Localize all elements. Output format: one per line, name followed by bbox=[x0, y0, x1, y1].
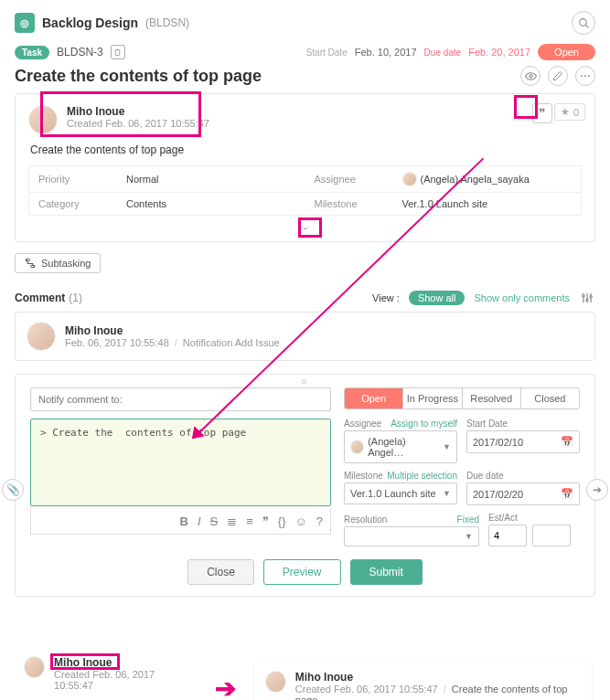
code-button[interactable]: {} bbox=[278, 514, 286, 528]
subtask-icon bbox=[25, 258, 36, 269]
status-tab-open[interactable]: Open bbox=[345, 388, 402, 408]
duedate-input[interactable]: 2017/02/20📅 bbox=[466, 483, 580, 505]
category-value: Contents bbox=[126, 198, 166, 209]
sliders-icon bbox=[581, 292, 594, 304]
comments-label: Comment bbox=[15, 292, 65, 304]
avatar bbox=[24, 656, 45, 678]
ul-button[interactable]: ≣ bbox=[227, 514, 237, 528]
italic-button[interactable]: I bbox=[198, 514, 201, 528]
issue-title: Create the contents of top page bbox=[15, 67, 513, 86]
status-tab-closed[interactable]: Closed bbox=[520, 388, 579, 408]
show-all-button[interactable]: Show all bbox=[409, 291, 466, 305]
status-pill: Open bbox=[538, 44, 595, 60]
field-startdate-label: Start Date bbox=[466, 419, 508, 429]
watch-button[interactable] bbox=[520, 66, 540, 86]
svg-point-10 bbox=[586, 299, 588, 301]
preview-button[interactable]: Preview bbox=[263, 559, 341, 585]
field-assignee-label: Assignee bbox=[344, 419, 381, 429]
svg-rect-2 bbox=[116, 49, 121, 55]
startdate-input[interactable]: 2017/02/10📅 bbox=[466, 430, 580, 453]
issue-key: BLDSN-3 bbox=[57, 46, 103, 58]
status-tab-inprogress[interactable]: In Progress bbox=[402, 388, 461, 408]
help-button[interactable]: ? bbox=[316, 514, 323, 528]
act-input[interactable] bbox=[532, 525, 571, 546]
svg-point-11 bbox=[590, 296, 592, 298]
svg-rect-5 bbox=[31, 266, 35, 268]
editor-toolbar: B I S ≣ ≡ ❞ {} ☺ ? bbox=[30, 509, 331, 535]
milestone-label: Milestone bbox=[315, 198, 397, 209]
est-input[interactable] bbox=[488, 525, 527, 546]
comment-author: Miho Inoue bbox=[65, 324, 280, 337]
svg-line-1 bbox=[585, 25, 588, 27]
subtasking-label: Subtasking bbox=[41, 258, 91, 269]
author-avatar bbox=[28, 105, 58, 134]
properties-table: PriorityNormal Assignee(Angela) Angela_s… bbox=[28, 165, 582, 216]
page: ◎ Backlog Design (BLDSN) Task BLDSN-3 St… bbox=[0, 0, 610, 615]
edit-button[interactable] bbox=[548, 66, 568, 86]
chevron-down-icon: ▼ bbox=[443, 442, 451, 451]
project-key: (BLDSN) bbox=[145, 16, 189, 29]
forward-button[interactable]: ➔ bbox=[586, 479, 608, 501]
priority-label: Priority bbox=[38, 174, 121, 185]
strike-button[interactable]: S bbox=[210, 514, 219, 528]
comment-avatar bbox=[27, 322, 56, 351]
project-name: Backlog Design bbox=[42, 16, 138, 30]
before-name: Miho Inoue bbox=[54, 656, 191, 669]
comments-count: (1) bbox=[69, 292, 82, 304]
assignee-select[interactable]: (Angela) Angel…▼ bbox=[344, 430, 457, 463]
expand-button[interactable] bbox=[296, 221, 315, 236]
bold-button[interactable]: B bbox=[180, 514, 188, 528]
svg-point-0 bbox=[579, 18, 586, 26]
transition-arrow-icon: ➔ bbox=[215, 673, 236, 701]
subtasking-button[interactable]: Subtasking bbox=[15, 253, 101, 273]
status-tab-resolved[interactable]: Resolved bbox=[462, 388, 520, 408]
drag-handle-icon[interactable]: ≡ bbox=[302, 377, 309, 387]
quote-button[interactable]: ❞ bbox=[532, 103, 552, 123]
emoji-button[interactable]: ☺ bbox=[294, 514, 306, 528]
field-resolution-label: Resolution bbox=[344, 514, 387, 525]
due-date-value: Feb. 20, 2017 bbox=[468, 47, 530, 58]
issue-type-badge: Task bbox=[15, 46, 49, 59]
created-timestamp: Created Feb. 06, 2017 10:55:47 bbox=[67, 118, 209, 129]
ol-button[interactable]: ≡ bbox=[246, 514, 253, 528]
pencil-icon bbox=[552, 70, 563, 81]
field-duedate-label: Due date bbox=[466, 471, 504, 481]
calendar-icon: 📅 bbox=[561, 488, 573, 500]
header: ◎ Backlog Design (BLDSN) bbox=[15, 11, 595, 35]
show-only-comments-link[interactable]: Show only comments bbox=[474, 292, 570, 303]
arrow-right-icon: ➔ bbox=[593, 483, 602, 496]
assignee-label: Assignee bbox=[315, 174, 397, 185]
comment-meta: Feb. 06, 2017 10:55:48/Notification Add … bbox=[65, 337, 280, 348]
copy-key-button[interactable] bbox=[111, 45, 125, 59]
chevron-down-icon: ▼ bbox=[465, 532, 473, 541]
milestone-select[interactable]: Ver.1.0 Launch site▼ bbox=[344, 483, 457, 504]
attach-button[interactable]: 📎 bbox=[2, 479, 24, 501]
paperclip-icon: 📎 bbox=[6, 483, 20, 496]
quote-tool-button[interactable]: ❞ bbox=[262, 514, 269, 528]
before-created: Created Feb. 06, 2017 10:55:47 bbox=[54, 669, 191, 691]
clipboard-icon bbox=[113, 48, 122, 57]
svg-rect-4 bbox=[27, 260, 30, 261]
comment-textarea[interactable] bbox=[30, 419, 331, 506]
dots-icon: ⋯ bbox=[580, 69, 591, 82]
more-button[interactable]: ⋯ bbox=[575, 66, 595, 86]
due-date-label: Due date bbox=[424, 48, 462, 58]
issue-description: Create the contents of top page bbox=[30, 143, 582, 156]
star-icon: ★ bbox=[561, 106, 570, 118]
comment-item[interactable]: Miho Inoue Feb. 06, 2017 10:55:48/Notifi… bbox=[15, 312, 595, 361]
svg-point-9 bbox=[583, 295, 584, 297]
search-icon bbox=[578, 17, 590, 29]
notify-input[interactable] bbox=[30, 387, 331, 411]
resolution-select[interactable]: ▼ bbox=[344, 526, 479, 546]
multiple-selection-link[interactable]: Multiple selection bbox=[387, 471, 457, 481]
start-date-value: Feb. 10, 2017 bbox=[355, 47, 417, 58]
comment-settings-button[interactable] bbox=[579, 290, 595, 306]
field-estact-label: Est/Act bbox=[488, 513, 518, 523]
close-button[interactable]: Close bbox=[187, 559, 254, 585]
search-button[interactable] bbox=[572, 11, 595, 35]
assign-myself-link[interactable]: Assign to myself bbox=[391, 419, 457, 429]
submit-button[interactable]: Submit bbox=[350, 559, 423, 585]
star-button[interactable]: ★0 bbox=[554, 103, 585, 121]
assignee-avatar-small bbox=[350, 440, 364, 454]
fixed-link[interactable]: Fixed bbox=[457, 514, 479, 525]
